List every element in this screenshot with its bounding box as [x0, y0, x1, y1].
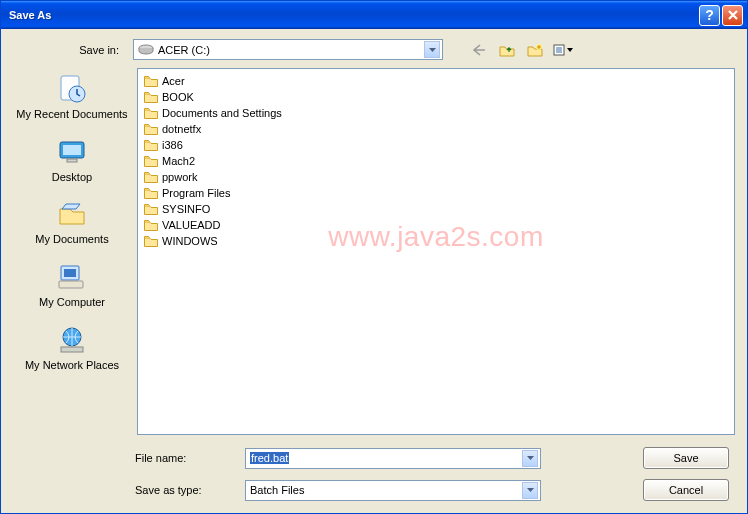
chevron-down-icon — [527, 456, 534, 460]
filename-label: File name: — [13, 452, 237, 464]
cancel-button[interactable]: Cancel — [643, 479, 729, 501]
network-places-icon — [55, 323, 89, 357]
my-computer-icon — [55, 260, 89, 294]
main-area: My Recent Documents Desktop My Documents… — [13, 68, 735, 435]
filetype-row: Save as type: Batch Files Cancel — [13, 479, 735, 501]
folder-new-icon — [527, 43, 543, 57]
filename-value: fred.bat — [250, 452, 289, 464]
back-arrow-icon — [472, 44, 486, 56]
place-label: My Documents — [35, 233, 108, 246]
list-item[interactable]: ppwork — [144, 169, 728, 185]
place-label: My Network Places — [25, 359, 119, 372]
chevron-down-icon — [527, 488, 534, 492]
svg-rect-9 — [64, 269, 76, 277]
help-button[interactable]: ? — [699, 5, 720, 26]
place-network-places[interactable]: My Network Places — [13, 323, 131, 372]
folder-icon — [144, 203, 158, 215]
folder-icon — [144, 219, 158, 231]
folder-name: Acer — [162, 75, 185, 87]
chevron-down-icon — [429, 48, 436, 52]
folder-icon — [144, 187, 158, 199]
filetype-value: Batch Files — [250, 484, 304, 496]
folder-name: VALUEADD — [162, 219, 220, 231]
filename-dropdown-arrow[interactable] — [522, 450, 538, 467]
save-as-dialog: Save As ? Save in: ACER (C:) — [0, 0, 748, 514]
place-my-documents[interactable]: My Documents — [13, 197, 131, 246]
save-button[interactable]: Save — [643, 447, 729, 469]
folder-name: BOOK — [162, 91, 194, 103]
folder-icon — [144, 107, 158, 119]
folder-icon — [144, 155, 158, 167]
folder-name: Program Files — [162, 187, 230, 199]
savein-dropdown-arrow[interactable] — [424, 41, 440, 58]
file-list[interactable]: AcerBOOKDocuments and Settingsdotnetfxi3… — [137, 68, 735, 435]
list-item[interactable]: WINDOWS — [144, 233, 728, 249]
place-label: My Recent Documents — [16, 108, 127, 121]
desktop-icon — [55, 135, 89, 169]
list-item[interactable]: dotnetfx — [144, 121, 728, 137]
bottom-panel: File name: fred.bat Save Save as type: B… — [13, 447, 735, 501]
view-menu-icon — [553, 43, 573, 57]
folder-icon — [144, 171, 158, 183]
list-item[interactable]: VALUEADD — [144, 217, 728, 233]
filetype-combo[interactable]: Batch Files — [245, 480, 541, 501]
list-item[interactable]: Acer — [144, 73, 728, 89]
svg-rect-6 — [63, 145, 81, 155]
folder-up-icon — [499, 43, 515, 57]
svg-rect-10 — [59, 281, 83, 288]
place-desktop[interactable]: Desktop — [13, 135, 131, 184]
folder-name: WINDOWS — [162, 235, 218, 247]
close-button[interactable] — [722, 5, 743, 26]
new-folder-button[interactable] — [525, 40, 545, 60]
drive-icon — [138, 44, 154, 56]
svg-rect-7 — [67, 159, 77, 162]
place-my-computer[interactable]: My Computer — [13, 260, 131, 309]
window-title: Save As — [9, 9, 699, 21]
filetype-dropdown-arrow[interactable] — [522, 482, 538, 499]
folder-icon — [144, 75, 158, 87]
places-bar: My Recent Documents Desktop My Documents… — [13, 68, 131, 435]
savein-combo[interactable]: ACER (C:) — [133, 39, 443, 60]
folder-icon — [144, 91, 158, 103]
svg-rect-12 — [61, 347, 83, 352]
savein-value: ACER (C:) — [158, 44, 210, 56]
up-one-level-button[interactable] — [497, 40, 517, 60]
my-documents-icon — [55, 197, 89, 231]
filetype-label: Save as type: — [13, 484, 237, 496]
folder-name: ppwork — [162, 171, 197, 183]
folder-name: SYSINFO — [162, 203, 210, 215]
list-item[interactable]: SYSINFO — [144, 201, 728, 217]
folder-icon — [144, 139, 158, 151]
savein-label: Save in: — [13, 44, 125, 56]
titlebar-buttons: ? — [699, 5, 743, 26]
folder-icon — [144, 235, 158, 247]
place-label: Desktop — [52, 171, 92, 184]
folder-icon — [144, 123, 158, 135]
back-button[interactable] — [469, 40, 489, 60]
list-item[interactable]: i386 — [144, 137, 728, 153]
place-label: My Computer — [39, 296, 105, 309]
list-item[interactable]: BOOK — [144, 89, 728, 105]
filename-input[interactable]: fred.bat — [245, 448, 541, 469]
recent-documents-icon — [55, 72, 89, 106]
close-icon — [727, 9, 739, 21]
folder-name: Mach2 — [162, 155, 195, 167]
view-menu-button[interactable] — [553, 40, 573, 60]
dialog-body: Save in: ACER (C:) — [1, 29, 747, 513]
folder-name: Documents and Settings — [162, 107, 282, 119]
title-bar: Save As ? — [1, 1, 747, 29]
list-item[interactable]: Documents and Settings — [144, 105, 728, 121]
folder-name: i386 — [162, 139, 183, 151]
place-recent-documents[interactable]: My Recent Documents — [13, 72, 131, 121]
list-item[interactable]: Mach2 — [144, 153, 728, 169]
filename-row: File name: fred.bat Save — [13, 447, 735, 469]
folder-name: dotnetfx — [162, 123, 201, 135]
nav-toolbar — [469, 40, 573, 60]
list-item[interactable]: Program Files — [144, 185, 728, 201]
savein-row: Save in: ACER (C:) — [13, 39, 735, 60]
